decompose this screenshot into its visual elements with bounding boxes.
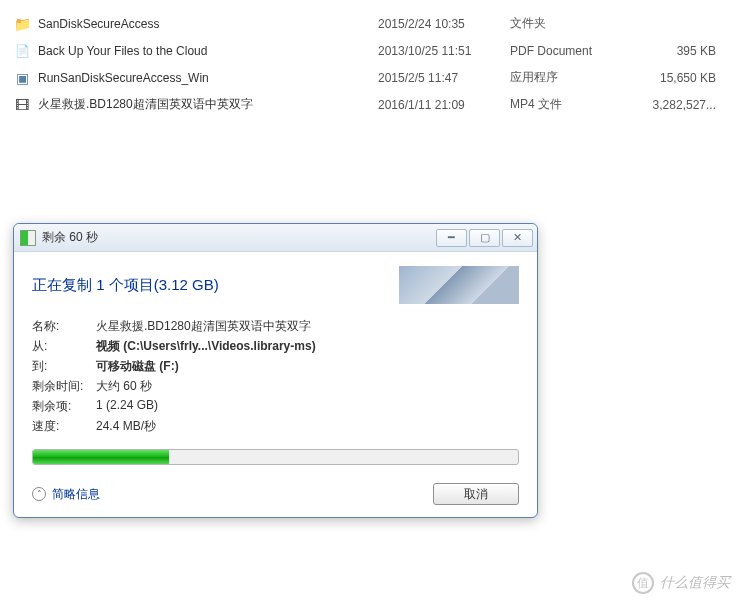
label-to: 到: [32,358,96,375]
progress-bar [32,449,519,465]
copy-dialog: 剩余 60 秒 ━ ▢ ✕ 正在复制 1 个项目(3.12 GB) 名称:火星救… [13,223,538,518]
label-speed: 速度: [32,418,96,435]
file-name: 火星救援.BD1280超清国英双语中英双字 [38,96,378,113]
dialog-heading: 正在复制 1 个项目(3.12 GB) [32,266,519,304]
maximize-button[interactable]: ▢ [469,229,500,247]
video-icon: 🎞 [14,97,30,113]
value-from: 视频 (C:\Users\frly...\Videos.library-ms) [96,338,316,355]
progress-fill [33,450,169,464]
value-speed: 24.4 MB/秒 [96,418,156,435]
file-date: 2016/1/11 21:09 [378,98,510,112]
value-items: 1 (2.24 GB) [96,398,158,415]
copy-heading-text: 正在复制 1 个项目(3.12 GB) [32,276,219,295]
file-name: RunSanDiskSecureAccess_Win [38,71,378,85]
watermark-text: 什么值得买 [660,574,730,592]
cancel-label: 取消 [464,486,488,503]
watermark-icon: 值 [632,572,654,594]
cancel-button[interactable]: 取消 [433,483,519,505]
file-date: 2013/10/25 11:51 [378,44,510,58]
close-icon: ✕ [513,231,522,244]
less-info-button[interactable]: ˄ 简略信息 [32,486,100,503]
file-date: 2015/2/24 10:35 [378,17,510,31]
file-type: 应用程序 [510,69,650,86]
close-button[interactable]: ✕ [502,229,533,247]
file-list: 📁 SanDiskSecureAccess 2015/2/24 10:35 文件… [0,0,740,118]
label-from: 从: [32,338,96,355]
file-date: 2015/2/5 11:47 [378,71,510,85]
maximize-icon: ▢ [480,231,490,244]
table-row[interactable]: 📁 SanDiskSecureAccess 2015/2/24 10:35 文件… [8,10,732,37]
value-to: 可移动磁盘 (F:) [96,358,179,375]
table-row[interactable]: 📄 Back Up Your Files to the Cloud 2013/1… [8,37,732,64]
file-size: 3,282,527... [650,98,726,112]
file-type: MP4 文件 [510,96,650,113]
minimize-icon: ━ [448,231,455,244]
table-row[interactable]: ▣ RunSanDiskSecureAccess_Win 2015/2/5 11… [8,64,732,91]
titlebar[interactable]: 剩余 60 秒 ━ ▢ ✕ [14,224,537,252]
window-title: 剩余 60 秒 [42,229,98,246]
value-name: 火星救援.BD1280超清国英双语中英双字 [96,318,311,335]
minimize-button[interactable]: ━ [436,229,467,247]
label-name: 名称: [32,318,96,335]
copy-progress-icon [20,230,36,246]
dialog-body: 正在复制 1 个项目(3.12 GB) 名称:火星救援.BD1280超清国英双语… [14,252,537,517]
file-size: 15,650 KB [650,71,726,85]
dialog-decor-icon [399,266,519,304]
label-remain: 剩余时间: [32,378,96,395]
value-remain: 大约 60 秒 [96,378,152,395]
less-info-label: 简略信息 [52,486,100,503]
table-row[interactable]: 🎞 火星救援.BD1280超清国英双语中英双字 2016/1/11 21:09 … [8,91,732,118]
watermark: 值 什么值得买 [632,572,730,594]
file-size: 395 KB [650,44,726,58]
label-items: 剩余项: [32,398,96,415]
file-name: Back Up Your Files to the Cloud [38,44,378,58]
pdf-icon: 📄 [14,43,30,59]
application-icon: ▣ [14,70,30,86]
folder-icon: 📁 [14,16,30,32]
file-type: PDF Document [510,44,650,58]
file-type: 文件夹 [510,15,650,32]
file-name: SanDiskSecureAccess [38,17,378,31]
chevron-up-icon: ˄ [32,487,46,501]
